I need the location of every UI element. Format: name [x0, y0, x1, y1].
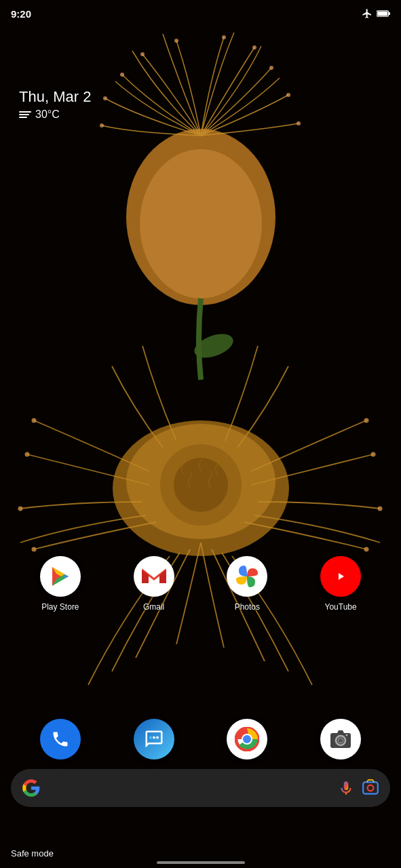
- phone-icon[interactable]: [40, 719, 81, 760]
- svg-point-9: [103, 96, 107, 100]
- search-bar-container[interactable]: [11, 769, 390, 807]
- weather-widget: Thu, Mar 2 30°C: [19, 88, 91, 121]
- svg-point-11: [100, 123, 104, 127]
- messages-icon[interactable]: [134, 719, 174, 760]
- app-gmail[interactable]: Gmail: [134, 556, 174, 612]
- youtube-icon[interactable]: [320, 556, 361, 597]
- svg-point-41: [339, 738, 343, 743]
- svg-point-32: [156, 736, 159, 739]
- status-icons: [362, 8, 390, 19]
- camera-icon[interactable]: [320, 719, 361, 760]
- svg-point-5: [140, 52, 145, 56]
- main-app-row: Play Store Gmail Photos: [0, 556, 401, 612]
- play-store-icon[interactable]: [40, 556, 81, 597]
- google-g-logo: [22, 778, 41, 797]
- app-messages[interactable]: [134, 719, 174, 760]
- svg-point-24: [364, 418, 369, 423]
- search-bar[interactable]: [11, 769, 390, 807]
- lens-icon[interactable]: [362, 779, 379, 797]
- svg-point-8: [269, 66, 273, 70]
- svg-point-30: [149, 736, 152, 739]
- status-bar: 9:20: [0, 0, 401, 27]
- svg-rect-27: [389, 12, 390, 15]
- svg-point-20: [32, 418, 37, 423]
- gmail-icon[interactable]: [134, 556, 174, 597]
- svg-point-10: [286, 93, 290, 97]
- airplane-icon: [362, 8, 373, 19]
- chrome-icon[interactable]: [227, 719, 267, 760]
- svg-point-12: [297, 121, 301, 125]
- microphone-icon[interactable]: [337, 779, 355, 797]
- svg-point-18: [25, 452, 30, 457]
- svg-point-6: [252, 45, 256, 50]
- svg-point-23: [378, 507, 383, 511]
- svg-rect-28: [377, 12, 387, 16]
- app-phone[interactable]: [40, 719, 81, 760]
- svg-point-19: [18, 507, 23, 511]
- svg-point-22: [371, 452, 376, 457]
- svg-point-42: [346, 734, 348, 736]
- svg-point-2: [140, 149, 262, 298]
- home-indicator[interactable]: [157, 861, 245, 864]
- svg-rect-43: [363, 782, 378, 793]
- battery-icon: [377, 9, 390, 18]
- app-photos[interactable]: Photos: [227, 556, 267, 612]
- svg-point-3: [174, 39, 178, 43]
- status-time: 9:20: [11, 8, 31, 20]
- weather-temp: 30°C: [19, 108, 91, 121]
- app-camera[interactable]: [320, 719, 361, 760]
- weather-date: Thu, Mar 2: [19, 88, 91, 106]
- gmail-label: Gmail: [143, 602, 164, 612]
- app-chrome[interactable]: [227, 719, 267, 760]
- app-play-store[interactable]: Play Store: [40, 556, 81, 612]
- app-youtube[interactable]: YouTube: [320, 556, 361, 612]
- svg-point-7: [120, 73, 124, 77]
- svg-point-44: [368, 785, 374, 791]
- photos-icon[interactable]: [227, 556, 267, 597]
- svg-point-31: [153, 736, 155, 739]
- svg-point-21: [32, 547, 37, 552]
- svg-point-4: [222, 35, 226, 39]
- safe-mode-label: Safe mode: [11, 848, 54, 859]
- weather-haze-icon: [19, 111, 31, 118]
- photos-label: Photos: [235, 602, 260, 612]
- youtube-label: YouTube: [325, 602, 357, 612]
- svg-point-37: [243, 735, 251, 743]
- play-store-label: Play Store: [41, 602, 79, 612]
- dock-app-row: [0, 719, 401, 760]
- svg-point-25: [364, 547, 369, 552]
